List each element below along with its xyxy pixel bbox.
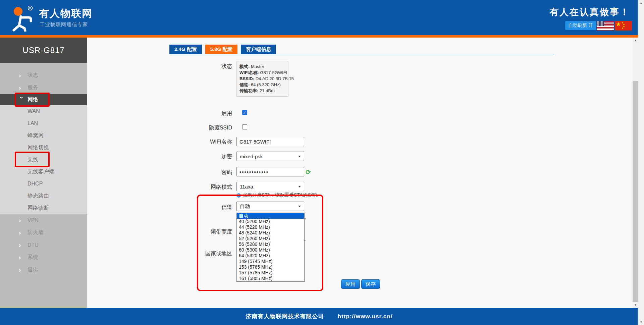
us-flag-language-icon[interactable] — [597, 21, 614, 31]
sidebar-item-label: 无线 — [28, 156, 38, 163]
footer-url[interactable]: http://www.usr.cn/ — [338, 313, 393, 320]
apply-button[interactable]: 应用 — [341, 279, 360, 289]
sta-hint: i 如果开启STA，该配置受STA的影响。 — [236, 192, 321, 198]
enable-checkbox[interactable]: ✓ — [242, 110, 247, 115]
sidebar-item-退出[interactable]: ›退出 — [0, 264, 87, 276]
sidebar-item-label: 服务 — [28, 84, 38, 91]
sidebar-item-label: DTU — [28, 242, 39, 248]
channel-option[interactable]: 自动 — [237, 213, 304, 219]
sidebar-item-无线[interactable]: 无线 — [0, 154, 87, 166]
hide-ssid-checkbox[interactable] — [242, 124, 247, 129]
country-label: 国家或地区 — [172, 250, 232, 257]
sidebar: USR-G817 ›状态›服务›网络WANLAN蜂窝网网络切换无线无线客户端DH… — [0, 38, 87, 308]
accent-divider — [0, 35, 638, 38]
password-refresh-icon[interactable]: ⟳ — [306, 168, 311, 176]
network-mode-value: 11axa — [240, 184, 253, 189]
network-mode-select[interactable]: 11axa — [236, 182, 304, 191]
footer: 济南有人物联网技术有限公司 http://www.usr.cn/ — [0, 308, 638, 325]
channel-option[interactable]: 64 (5320 MHz) — [237, 253, 304, 259]
scroll-down-icon[interactable]: ▼ — [638, 319, 644, 325]
hide-ssid-label: 隐藏SSID — [172, 124, 232, 131]
router-config-page: R 有人物联网 工业物联网通信专家 有人在认真做事！ 自动刷新 开 ★ ★ ★ … — [0, 0, 644, 325]
content-scrollbar-thumb[interactable] — [633, 81, 638, 302]
chevron-right-icon: › — [19, 229, 28, 236]
wifi-name-input[interactable] — [236, 137, 304, 146]
sidebar-item-LAN[interactable]: LAN — [0, 117, 87, 129]
chevron-down-icon — [298, 186, 301, 187]
status-line: 传输功率: 21 dBm — [239, 88, 285, 94]
chevron-right-icon: › — [19, 72, 28, 79]
main-content — [87, 38, 633, 308]
channel-option[interactable]: 157 (5785 MHz) — [237, 270, 304, 276]
sidebar-item-label: 网络切换 — [28, 144, 49, 151]
star-icon: ★ — [616, 21, 621, 28]
sidebar-item-状态[interactable]: ›状态 — [0, 69, 87, 82]
sidebar-item-label: WAN — [28, 108, 40, 114]
tab-5-8g-config[interactable]: 5.8G 配置 — [205, 45, 238, 54]
device-name: USR-G817 — [0, 38, 87, 63]
tab-bar: 2.4G 配置 5.8G 配置 客户端信息 — [169, 45, 276, 54]
channel-option[interactable]: 161 (5805 MHz) — [237, 276, 304, 281]
page-scrollbar[interactable]: ▲ ▼ — [638, 0, 644, 325]
wifi-status-box: 模式: MasterWIFI名称: G817-5GWIFIBSSID: D4:A… — [236, 61, 288, 97]
sidebar-item-VPN[interactable]: ›VPN — [0, 214, 87, 226]
sidebar-item-label: DHCP — [28, 181, 43, 187]
enable-label: 启用 — [172, 110, 232, 117]
sta-hint-text: 如果开启STA，该配置受STA的影响。 — [243, 192, 321, 198]
auto-refresh-toggle[interactable]: 自动刷新 开 — [565, 21, 596, 30]
scroll-down-icon[interactable]: ▼ — [633, 302, 638, 308]
channel-select[interactable]: 自动 — [236, 202, 304, 211]
sidebar-item-label: 静态路由 — [28, 193, 49, 200]
usr-logo-icon: R — [9, 5, 36, 32]
channel-option[interactable]: 60 (5300 MHz) — [237, 247, 304, 253]
sidebar-item-label: 防火墙 — [28, 229, 44, 236]
sidebar-item-静态路由[interactable]: 静态路由 — [0, 190, 87, 202]
sidebar-item-label: VPN — [28, 217, 39, 223]
channel-option[interactable]: 52 (5260 MHz) — [237, 236, 304, 241]
sidebar-item-DTU[interactable]: ›DTU — [0, 239, 87, 251]
status-line: 信道: 64 (5.320 GHz) — [239, 82, 285, 88]
encryption-value: mixed-psk — [240, 154, 263, 159]
sidebar-item-label: 状态 — [28, 72, 38, 79]
tab-underline — [169, 54, 554, 54]
password-label: 密码 — [172, 169, 232, 176]
channel-option[interactable]: 153 (5765 MHz) — [237, 264, 304, 270]
sidebar-item-label: 退出 — [28, 266, 38, 273]
chevron-down-icon — [298, 206, 301, 207]
scroll-up-icon[interactable]: ▲ — [638, 0, 644, 6]
channel-option[interactable]: 48 (5240 MHz) — [237, 230, 304, 236]
info-icon: i — [236, 193, 241, 198]
tab-client-info[interactable]: 客户端信息 — [241, 45, 276, 54]
sidebar-item-无线客户端[interactable]: 无线客户端 — [0, 166, 87, 178]
sidebar-item-网络诊断[interactable]: 网络诊断 — [0, 202, 87, 214]
brand-title: 有人物联网 — [39, 7, 93, 20]
status-line: BSSID: D4:AD:20:3D:7B:15 — [239, 76, 285, 82]
sidebar-item-防火墙[interactable]: ›防火墙 — [0, 226, 87, 239]
sidebar-item-DHCP[interactable]: DHCP — [0, 178, 87, 190]
scroll-up-icon[interactable]: ▲ — [633, 38, 638, 43]
sidebar-item-蜂窝网[interactable]: 蜂窝网 — [0, 129, 87, 142]
sidebar-item-label: 网络诊断 — [28, 205, 49, 212]
sidebar-item-网络[interactable]: ›网络 — [0, 94, 87, 105]
channel-option[interactable]: 56 (5280 MHz) — [237, 241, 304, 247]
encryption-select[interactable]: mixed-psk — [236, 152, 304, 161]
encryption-label: 加密 — [172, 153, 232, 160]
network-mode-label: 网络模式 — [172, 184, 232, 191]
chevron-right-icon: › — [19, 266, 28, 274]
tab-2-4g-config[interactable]: 2.4G 配置 — [169, 45, 202, 54]
sidebar-item-label: 系统 — [28, 254, 38, 261]
save-button[interactable]: 保存 — [361, 279, 380, 289]
sidebar-item-WAN[interactable]: WAN — [0, 105, 87, 117]
sidebar-item-服务[interactable]: ›服务 — [0, 82, 87, 94]
sidebar-item-系统[interactable]: ›系统 — [0, 251, 87, 264]
star-icon: ★ — [622, 27, 624, 30]
channel-option[interactable]: 44 (5220 MHz) — [237, 224, 304, 230]
sidebar-item-网络切换[interactable]: 网络切换 — [0, 142, 87, 154]
status-line: 模式: Master — [239, 64, 285, 70]
channel-option[interactable]: 149 (5745 MHz) — [237, 259, 304, 264]
header-slogan: 有人在认真做事！ — [540, 6, 630, 18]
password-input[interactable] — [236, 167, 304, 176]
cn-flag-language-icon[interactable]: ★ ★ ★ ★ ★ — [615, 21, 632, 31]
sidebar-item-label: LAN — [28, 120, 38, 126]
channel-option[interactable]: 40 (5200 MHz) — [237, 219, 304, 224]
